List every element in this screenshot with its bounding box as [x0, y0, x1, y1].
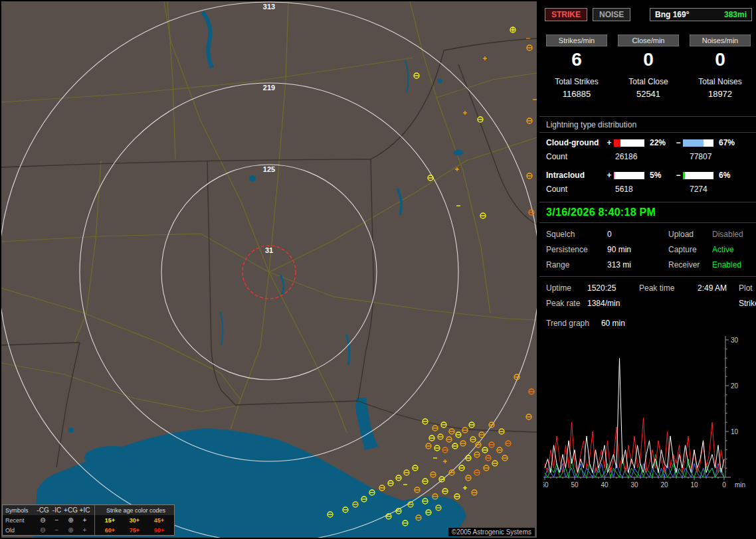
cg-neg-bar-fill: [683, 139, 704, 147]
trend-x-unit-label: min: [735, 481, 745, 489]
minus-sign: −: [674, 171, 683, 180]
intracloud-row: Intracloud + 5% − 6%: [539, 171, 756, 180]
upload-label: Upload: [668, 230, 712, 239]
strike-symbol: [510, 27, 516, 33]
trend-x-tick-label: 0: [722, 481, 726, 489]
capture-status: Active: [712, 245, 756, 254]
trend-graph-label: Trend graph: [546, 319, 589, 328]
map-canvas[interactable]: 31321912531: [1, 1, 537, 538]
intracloud-count-row: Count 5618 7274: [539, 185, 756, 194]
trend-x-tick-label: 30: [630, 481, 638, 489]
peak-rate-label: Peak rate: [546, 299, 587, 308]
count-label: Count: [546, 152, 615, 161]
noises-per-min-value: 0: [690, 49, 751, 70]
strikes-counter: Strikes/min 6 Total Strikes 116885: [546, 35, 607, 99]
squelch-label: Squelch: [546, 230, 607, 239]
uptime-value: 1520:25: [587, 283, 639, 293]
cg-neg-count: 77807: [690, 152, 756, 161]
bearing-display: Bng 169° 383mi: [650, 8, 752, 21]
persistence-label: Persistence: [546, 245, 607, 254]
noise-toggle-button[interactable]: NOISE: [593, 8, 630, 21]
ring-label: 31: [265, 246, 273, 254]
trend-x-tick-label: 20: [660, 481, 668, 489]
ic-neg-pct: 6%: [717, 171, 756, 180]
noises-per-min-button[interactable]: Noises/min: [690, 35, 751, 46]
trend-graph-header: Trend graph 60 min: [539, 308, 756, 328]
age-30: 30+: [122, 517, 147, 524]
legend-header-pos-cg: +CG: [64, 506, 78, 514]
legend-divider: [94, 515, 95, 525]
map-panel: 31321912531 Symbols -CG -IC +CG +IC Stri…: [1, 1, 537, 538]
peak-rate-value: 1384/min: [587, 299, 639, 308]
ring-label: 313: [263, 3, 275, 11]
age-45: 45+: [147, 517, 171, 524]
total-strikes-label: Total Strikes: [546, 77, 607, 86]
legend-symbols-title: Symbols: [3, 507, 36, 514]
distribution-title: Lightning type distribution: [539, 117, 756, 132]
legend-divider: [94, 505, 95, 515]
divider: [539, 132, 756, 133]
trend-series-white: [545, 358, 724, 473]
cg-neg-old-icon: ⊖: [36, 526, 50, 534]
legend-age-title: Strike age color codes: [98, 507, 174, 514]
ic-neg-bar: [683, 172, 713, 179]
legend-recent-label: Recent: [3, 517, 36, 524]
total-noises-label: Total Noises: [690, 77, 751, 86]
peak-time-value: 2:49 AM: [698, 283, 739, 293]
cg-neg-bar: [683, 139, 713, 147]
range-value: 313 mi: [607, 260, 668, 270]
age-60: 60+: [98, 527, 122, 534]
upload-status: Disabled: [712, 230, 756, 239]
cg-pos-pct: 22%: [648, 138, 674, 147]
age-15: 15+: [98, 517, 122, 524]
total-close-label: Total Close: [618, 77, 679, 86]
receiver-label: Receiver: [668, 260, 712, 270]
trend-y-tick-label: 30: [731, 337, 739, 344]
total-strikes-value: 116885: [546, 89, 607, 99]
legend-divider: [94, 525, 95, 535]
legend-old-label: Old: [3, 527, 36, 534]
legend-header-neg-ic: -IC: [50, 506, 64, 514]
trend-x-tick-label: 60: [543, 481, 549, 489]
range-label: Range: [546, 260, 607, 270]
map-legend: Symbols -CG -IC +CG +IC Strike age color…: [2, 504, 175, 536]
datetime-display: 3/16/2026 8:40:18 PM: [539, 202, 756, 222]
ic-neg-bar-fill: [683, 172, 685, 179]
close-counter: Close/min 0 Total Close 52541: [618, 35, 679, 99]
ic-pos-recent-icon: +: [78, 516, 92, 524]
trend-graph-window: 60 min: [601, 319, 625, 328]
cg-pos-recent-icon: ⊕: [64, 516, 78, 524]
ic-pos-count: 5618: [615, 185, 690, 194]
trend-graph: 1020300102030405060min: [543, 335, 748, 493]
cg-pos-bar: [614, 139, 644, 147]
age-75: 75+: [122, 527, 147, 534]
peak-time-label: Peak time: [639, 283, 698, 293]
legend-header-neg-cg: -CG: [36, 506, 50, 514]
plus-sign: +: [605, 171, 614, 180]
runtime-stats-grid: Uptime 1520:25 Peak time 2:49 AM Plot Pe…: [539, 277, 756, 308]
intracloud-label: Intracloud: [546, 171, 605, 180]
ring-label: 125: [263, 165, 275, 173]
cloud-ground-label: Cloud-ground: [546, 138, 605, 147]
ic-neg-recent-icon: −: [50, 516, 64, 524]
ic-neg-count: 7274: [690, 185, 756, 194]
plot-mode-value: Strike: [739, 299, 756, 308]
cg-pos-old-icon: ⊕: [64, 526, 78, 534]
ring-label: 219: [263, 84, 275, 92]
age-90: 90+: [147, 527, 171, 534]
ic-pos-pct: 5%: [648, 171, 674, 180]
bearing-distance: 383mi: [724, 10, 747, 19]
status-grid: Squelch 0 Upload Disabled Persistence 90…: [539, 223, 756, 276]
total-close-value: 52541: [618, 89, 679, 99]
strikes-per-min-button[interactable]: Strikes/min: [546, 35, 607, 46]
bearing-label: Bng 169°: [655, 10, 689, 19]
strike-toggle-button[interactable]: STRIKE: [545, 8, 587, 21]
sidebar: STRIKE NOISE Bng 169° 383mi Strikes/min …: [539, 0, 756, 539]
close-per-min-button[interactable]: Close/min: [618, 35, 679, 46]
top-toolbar: STRIKE NOISE Bng 169° 383mi: [539, 0, 756, 21]
strikes-per-min-value: 6: [546, 49, 607, 70]
plus-sign: +: [605, 138, 614, 147]
cloud-ground-row: Cloud-ground + 22% − 67%: [539, 138, 756, 147]
uptime-label: Uptime: [546, 283, 587, 293]
trend-series-red: [545, 418, 724, 473]
